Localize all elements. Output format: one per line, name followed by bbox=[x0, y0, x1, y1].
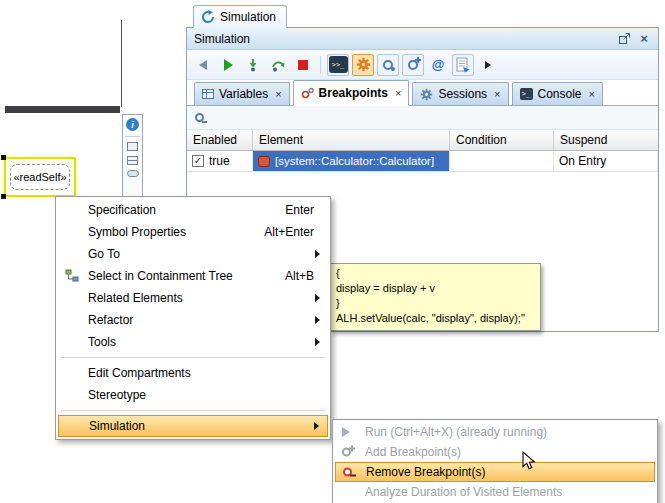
close-tab-icon[interactable]: × bbox=[494, 88, 500, 100]
terminate-button[interactable] bbox=[292, 54, 314, 76]
element-value: [system::Calculator::Calculator] bbox=[275, 155, 434, 167]
menu-item-go-to[interactable]: Go To bbox=[58, 243, 328, 265]
column-header-enabled[interactable]: Enabled bbox=[187, 130, 253, 150]
submenu-item-analyze-duration: Analyze Duration of Visited Elements bbox=[335, 482, 655, 502]
step-over-button[interactable] bbox=[267, 54, 289, 76]
stop-icon bbox=[298, 60, 308, 70]
add-breakpoint-icon bbox=[342, 448, 351, 457]
menu-item-label: Edit Compartments bbox=[88, 366, 314, 380]
menu-item-label: Remove Breakpoint(s) bbox=[366, 465, 640, 479]
info-icon[interactable]: i bbox=[126, 118, 139, 131]
menu-item-label: Refactor bbox=[88, 313, 314, 327]
menu-item-stereotype[interactable]: Stereotype bbox=[58, 384, 328, 406]
report-button[interactable] bbox=[452, 54, 474, 76]
compartments-icon[interactable] bbox=[127, 156, 138, 165]
tab-label: Sessions bbox=[438, 87, 487, 101]
dock-tab-simulation[interactable]: Simulation bbox=[193, 5, 287, 28]
menu-item-label: Go To bbox=[88, 247, 314, 261]
menu-item-refactor[interactable]: Refactor bbox=[58, 309, 328, 331]
menu-item-label: Simulation bbox=[89, 419, 313, 433]
column-header-condition[interactable]: Condition bbox=[450, 130, 554, 150]
hold-tokens-button[interactable] bbox=[377, 54, 399, 76]
mockup-button[interactable]: @ bbox=[427, 54, 449, 76]
submenu-arrow-icon bbox=[315, 316, 320, 324]
menu-item-select-in-containment-tree[interactable]: Select in Containment Tree Alt+B bbox=[58, 265, 328, 287]
breakpoints-button[interactable] bbox=[402, 54, 424, 76]
selection-handle[interactable] bbox=[1, 194, 6, 199]
step-into-button[interactable] bbox=[242, 54, 264, 76]
menu-item-edit-compartments[interactable]: Edit Compartments bbox=[58, 362, 328, 384]
containment-tree-icon bbox=[65, 269, 80, 283]
float-window-icon[interactable] bbox=[617, 32, 631, 46]
simulation-options-button[interactable] bbox=[352, 54, 374, 76]
previous-session-button[interactable] bbox=[192, 54, 214, 76]
tab-console[interactable]: >_ Console × bbox=[512, 82, 603, 105]
sessions-icon bbox=[420, 88, 433, 101]
code-tooltip: { display = display + v } ALH.setValue(c… bbox=[330, 263, 541, 331]
close-tab-icon[interactable]: × bbox=[589, 88, 595, 100]
console-icon: >_ bbox=[520, 88, 533, 100]
menu-item-label: Run (Ctrl+Alt+X) (already running) bbox=[365, 425, 641, 439]
menu-item-tools[interactable]: Tools bbox=[58, 331, 328, 353]
suspend-cell[interactable]: On Entry bbox=[554, 151, 658, 171]
console-toggle-button[interactable]: >>_ bbox=[327, 54, 349, 76]
menu-separator bbox=[61, 357, 325, 358]
column-header-element[interactable]: Element bbox=[253, 130, 450, 150]
simulation-icon bbox=[201, 10, 215, 24]
code-line: ALH.setValue(calc, "display", display);" bbox=[336, 311, 535, 326]
selection-handle[interactable] bbox=[1, 155, 6, 160]
tab-breakpoints[interactable]: Breakpoints × bbox=[293, 80, 410, 106]
step-into-icon bbox=[246, 58, 260, 72]
activity-fork-bar[interactable] bbox=[5, 106, 120, 113]
menu-item-label: Symbol Properties bbox=[88, 225, 246, 239]
readself-node[interactable]: «readSelf» bbox=[4, 157, 76, 197]
submenu-item-run: Run (Ctrl+Alt+X) (already running) bbox=[335, 422, 655, 442]
view-tab-bar: Variables × Breakpoints × bbox=[187, 80, 658, 106]
at-icon: @ bbox=[432, 57, 445, 72]
toolbar-divider bbox=[125, 136, 140, 137]
menu-item-related-elements[interactable]: Related Elements bbox=[58, 287, 328, 309]
simulation-submenu: Run (Ctrl+Alt+X) (already running) Add B… bbox=[332, 419, 658, 503]
tab-sessions[interactable]: Sessions × bbox=[412, 82, 508, 105]
enabled-checkbox[interactable]: ✓ bbox=[192, 155, 204, 167]
column-header-suspend[interactable]: Suspend bbox=[554, 130, 658, 150]
run-button[interactable] bbox=[217, 54, 239, 76]
submenu-item-remove-breakpoints[interactable]: Remove Breakpoint(s) bbox=[335, 462, 655, 482]
enabled-cell[interactable]: ✓ true bbox=[187, 151, 253, 171]
screenshot-root: «readSelf» i Simulation Simulation × bbox=[0, 0, 665, 503]
close-tab-icon[interactable]: × bbox=[275, 88, 281, 100]
breakpoints-pane-toolbar bbox=[187, 106, 658, 130]
back-icon bbox=[199, 60, 207, 70]
tab-variables[interactable]: Variables × bbox=[194, 82, 290, 105]
menu-item-label: Select in Containment Tree bbox=[88, 269, 267, 283]
menu-shortcut: Alt+B bbox=[285, 269, 314, 283]
close-panel-icon[interactable]: × bbox=[637, 32, 651, 46]
menu-item-specification[interactable]: Specification Enter bbox=[58, 199, 328, 221]
submenu-arrow-icon bbox=[315, 250, 320, 258]
step-over-icon bbox=[271, 58, 286, 72]
panel-title: Simulation bbox=[194, 32, 611, 46]
menu-shortcut: Alt+Enter bbox=[264, 225, 314, 239]
menu-item-symbol-properties[interactable]: Symbol Properties Alt+Enter bbox=[58, 221, 328, 243]
panel-titlebar: Simulation × bbox=[187, 28, 658, 50]
link-icon[interactable] bbox=[127, 170, 139, 177]
submenu-arrow-icon bbox=[315, 294, 320, 302]
element-cell[interactable]: [system::Calculator::Calculator] bbox=[253, 151, 450, 171]
smart-manipulator-toolbar: i bbox=[122, 114, 143, 198]
close-tab-icon[interactable]: × bbox=[395, 87, 401, 99]
code-line: { bbox=[336, 266, 535, 281]
menu-item-simulation[interactable]: Simulation bbox=[58, 415, 328, 437]
menu-item-label: Add Breakpoint(s) bbox=[365, 445, 641, 459]
tab-label: Variables bbox=[219, 87, 268, 101]
properties-icon[interactable] bbox=[127, 142, 138, 151]
variables-icon bbox=[202, 88, 214, 100]
run-icon bbox=[342, 427, 350, 437]
toolbar-overflow-button[interactable] bbox=[477, 54, 499, 76]
menu-shortcut: Enter bbox=[285, 203, 314, 217]
menu-item-label: Stereotype bbox=[88, 388, 314, 402]
play-icon bbox=[224, 59, 233, 71]
table-row[interactable]: ✓ true [system::Calculator::Calculator] … bbox=[187, 151, 658, 172]
condition-cell[interactable] bbox=[450, 151, 554, 171]
breakpoint-options-icon[interactable] bbox=[195, 113, 204, 122]
breakpoints-icon bbox=[301, 87, 314, 99]
